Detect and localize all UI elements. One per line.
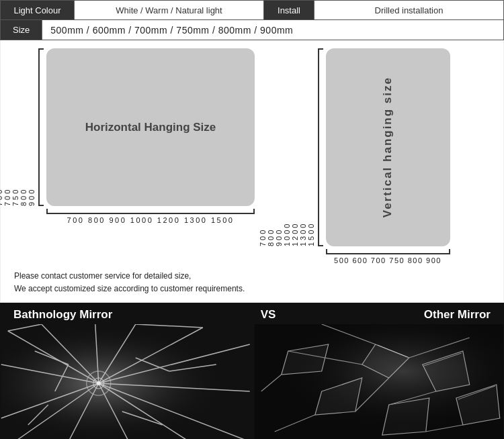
install-option-value: Drilled installation: [375, 5, 444, 15]
vertical-diagram: 700 800 900 1000 1200 1300 1500 Vertical…: [282, 48, 462, 264]
comparison-section: Bathnology Mirror VS Other Mirror: [0, 303, 504, 439]
light-options-cell: White / Warm / Natural light: [75, 1, 264, 19]
note-line1: Please contact customer service for deta…: [14, 270, 245, 283]
vertical-rect-label: Vertical hanging size: [381, 77, 394, 217]
size-row: Size 500mm / 600mm / 700mm / 750mm / 800…: [0, 20, 504, 40]
svg-rect-1: [1, 324, 250, 439]
bathnology-image: [0, 324, 251, 439]
light-colour-cell: Light Colour: [1, 1, 75, 19]
header-row: Light Colour White / Warm / Natural ligh…: [0, 0, 504, 20]
svg-point-28: [97, 381, 101, 385]
install-label-cell: Install: [264, 1, 314, 19]
horizontal-rect-label: Horizontal Hanging Size: [85, 121, 216, 134]
vs-label: VS: [112, 308, 423, 322]
note-line2: We accept customized size according to c…: [14, 283, 245, 295]
bathnology-title: Bathnology Mirror: [13, 308, 112, 322]
left-ruler-labels: 500 600 700 700 750 800 900: [0, 48, 36, 206]
horizontal-rect: Horizontal Hanging Size: [46, 48, 255, 206]
horizontal-bottom-ruler: 700 800 900 1000 1200 1300 1500: [46, 216, 255, 224]
vertical-bottom-ruler: 500 600 700 750 800 900: [314, 256, 462, 264]
install-option-cell: Drilled installation: [314, 1, 503, 19]
install-label: Install: [278, 5, 300, 15]
light-colour-label: Light Colour: [13, 5, 60, 15]
comparison-images: [0, 324, 504, 439]
other-mirror-title: Other Mirror: [424, 308, 491, 322]
right-ruler-labels: 700 800 900 1000 1200 1300 1500: [259, 48, 315, 246]
note-row: Please contact customer service for deta…: [14, 270, 490, 295]
size-value: 500mm / 600mm / 700mm / 750mm / 800mm / …: [42, 25, 301, 36]
horizontal-diagram: 500 600 700 700 750 800 900 Horizontal H…: [14, 48, 255, 224]
note-text: Please contact customer service for deta…: [14, 270, 245, 295]
size-label: Size: [1, 20, 42, 40]
vertical-rect: Vertical hanging size: [326, 48, 450, 246]
diagrams-row: 500 600 700 700 750 800 900 Horizontal H…: [14, 48, 490, 264]
diagram-section: 500 600 700 700 750 800 900 Horizontal H…: [0, 40, 504, 303]
light-options-value: White / Warm / Natural light: [116, 5, 222, 15]
other-mirror-image: [253, 324, 505, 439]
comparison-header: Bathnology Mirror VS Other Mirror: [0, 303, 504, 324]
